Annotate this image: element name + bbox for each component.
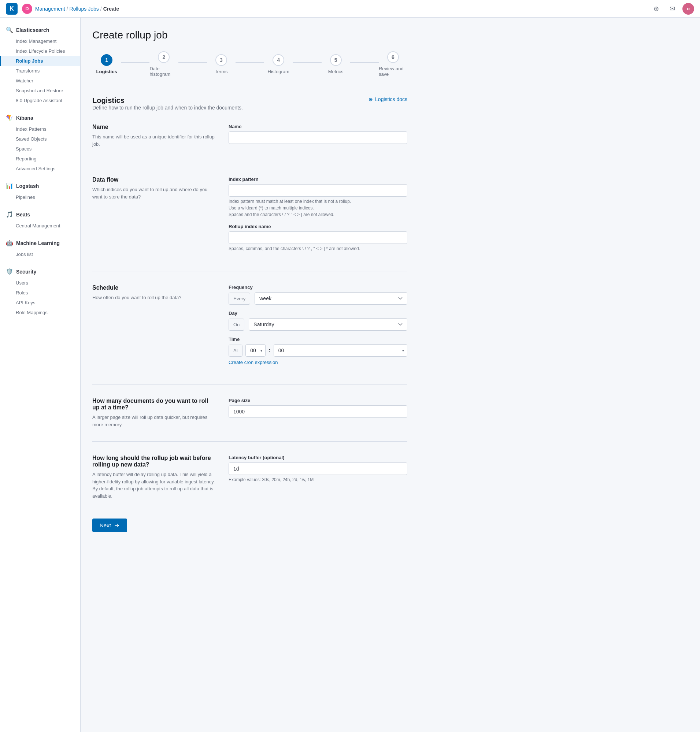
layout: 🔍 Elasticsearch Index Management Index L… <box>0 18 700 732</box>
cron-expression-link[interactable]: Create cron expression <box>229 360 278 365</box>
sidebar-item-central-management[interactable]: Central Management <box>0 221 80 231</box>
step-terms[interactable]: 3 Terms <box>207 54 235 80</box>
time-hour-select[interactable]: 00 01020304 05060708 09101112 13141516 1… <box>246 345 257 356</box>
sidebar-section-ml: 🤖 Machine Learning Jobs list <box>0 237 80 259</box>
dataflow-section-desc: Which indices do you want to roll up and… <box>92 186 217 200</box>
sidebar-item-api-keys[interactable]: API Keys <box>0 298 80 307</box>
schedule-form-right: Frequency Every week minute hour day mon… <box>229 285 407 371</box>
time-hour-wrap: 00 01020304 05060708 09101112 13141516 1… <box>246 344 266 357</box>
step-label-logistics: Logistics <box>96 69 117 74</box>
beats-icon: 🎵 <box>6 211 13 218</box>
pagesize-section-desc: A larger page size will roll up data qui… <box>92 414 217 428</box>
rollup-index-label: Rollup index name <box>229 224 407 229</box>
security-icon: 🛡️ <box>6 268 13 275</box>
next-button[interactable]: Next <box>92 519 127 532</box>
step-metrics[interactable]: 5 Metrics <box>322 54 350 80</box>
frequency-row: Every week minute hour day month <box>229 292 407 305</box>
sidebar-item-role-mappings[interactable]: Role Mappings <box>0 307 80 317</box>
time-prefix: At <box>229 345 243 357</box>
pagesize-form-right: Page size <box>229 398 407 428</box>
step-date-histogram[interactable]: 2 Date histogram <box>150 51 178 83</box>
latency-input[interactable] <box>229 463 407 475</box>
schedule-section-desc: How often do you want to roll up the dat… <box>92 294 217 301</box>
sidebar: 🔍 Elasticsearch Index Management Index L… <box>0 18 81 732</box>
sidebar-item-reporting[interactable]: Reporting <box>0 154 80 164</box>
sidebar-item-upgrade-assistant[interactable]: 8.0 Upgrade Assistant <box>0 96 80 106</box>
step-connector-2 <box>178 62 207 63</box>
breadcrumb-create: Create <box>103 6 119 12</box>
day-select[interactable]: Monday Tuesday Wednesday Thursday Friday… <box>249 318 407 331</box>
topnav: K D Management / Rollups Jobs / Create ⊕… <box>0 0 700 18</box>
pagesize-form-section: How many documents do you want to roll u… <box>92 398 407 442</box>
sidebar-item-jobs-list[interactable]: Jobs list <box>0 249 80 259</box>
name-section-desc: This name will be used as a unique ident… <box>92 133 217 148</box>
frequency-field-group: Frequency Every week minute hour day mon… <box>229 285 407 305</box>
topnav-actions: ⊕ ✉ o <box>650 3 694 15</box>
step-histogram[interactable]: 4 Histogram <box>264 54 293 80</box>
sidebar-item-snapshot-restore[interactable]: Snapshot and Restore <box>0 86 80 96</box>
user-avatar[interactable]: o <box>682 3 694 15</box>
step-circle-3: 3 <box>215 54 227 66</box>
breadcrumb-rollup-jobs[interactable]: Rollups Jobs <box>70 6 99 12</box>
logistics-description: Define how to run the rollup job and whe… <box>92 105 243 110</box>
sidebar-item-index-management[interactable]: Index Management <box>0 36 80 46</box>
sidebar-heading-beats: 🎵 Beats <box>0 208 80 221</box>
docs-link[interactable]: ⊕ Logistics docs <box>369 96 407 102</box>
latency-hint: Example values: 30s, 20m, 24h, 2d, 1w, 1… <box>229 476 407 483</box>
name-input[interactable] <box>229 131 407 144</box>
sidebar-section-label-ml: Machine Learning <box>16 240 60 246</box>
latency-form-left: How long should the rollup job wait befo… <box>92 455 217 500</box>
step-circle-1: 1 <box>101 54 112 66</box>
help-button[interactable]: ⊕ <box>650 3 662 15</box>
main-inner: Create rollup job 1 Logistics 2 Date his… <box>92 29 407 532</box>
sidebar-section-label-elasticsearch: Elasticsearch <box>16 27 49 33</box>
dataflow-form-right: Index pattern Index pattern must match a… <box>229 176 407 258</box>
schedule-section-title: Schedule <box>92 285 217 291</box>
sidebar-item-transforms[interactable]: Transforms <box>0 66 80 76</box>
sidebar-section-beats: 🎵 Beats Central Management <box>0 208 80 231</box>
elasticsearch-icon: 🔍 <box>6 26 13 33</box>
app-logo[interactable]: K <box>6 3 18 15</box>
pagesize-input[interactable] <box>229 406 407 418</box>
step-connector-4 <box>293 62 321 63</box>
sidebar-heading-security: 🛡️ Security <box>0 265 80 278</box>
step-logistics[interactable]: 1 Logistics <box>92 54 121 80</box>
sidebar-heading-kibana: 🪁 Kibana <box>0 111 80 124</box>
docs-icon: ⊕ <box>369 96 373 102</box>
sidebar-item-index-patterns[interactable]: Index Patterns <box>0 124 80 134</box>
index-pattern-input[interactable] <box>229 184 407 197</box>
frequency-prefix: Every <box>229 293 250 305</box>
latency-section-title: How long should the rollup job wait befo… <box>92 455 217 468</box>
pagesize-label: Page size <box>229 398 407 403</box>
logistics-section-header: Logistics Define how to run the rollup j… <box>92 96 407 121</box>
step-label-date-histogram: Date histogram <box>150 66 178 77</box>
sidebar-item-advanced-settings[interactable]: Advanced Settings <box>0 164 80 173</box>
sidebar-heading-elasticsearch: 🔍 Elasticsearch <box>0 24 80 36</box>
day-field-group: Day On Monday Tuesday Wednesday Thursday… <box>229 310 407 331</box>
mail-button[interactable]: ✉ <box>666 3 678 15</box>
sidebar-item-saved-objects[interactable]: Saved Objects <box>0 134 80 144</box>
step-label-terms: Terms <box>215 69 228 74</box>
time-hour-caret: ▾ <box>257 346 265 356</box>
logistics-title: Logistics <box>92 96 243 105</box>
sidebar-item-lifecycle-policies[interactable]: Index Lifecycle Policies <box>0 46 80 56</box>
schedule-form-section: Schedule How often do you want to roll u… <box>92 285 407 385</box>
sidebar-heading-ml: 🤖 Machine Learning <box>0 237 80 249</box>
sidebar-item-roles[interactable]: Roles <box>0 288 80 298</box>
sidebar-item-spaces[interactable]: Spaces <box>0 144 80 154</box>
frequency-select[interactable]: week minute hour day month <box>254 292 407 305</box>
steps-nav: 1 Logistics 2 Date histogram 3 Terms 4 H… <box>92 51 407 83</box>
time-minute-select[interactable]: 00 153045 <box>274 345 399 356</box>
latency-field-group: Latency buffer (optional) Example values… <box>229 455 407 483</box>
user-avatar-small[interactable]: D <box>22 4 32 14</box>
breadcrumb-management[interactable]: Management <box>35 6 65 12</box>
rollup-index-hint: Spaces, commas, and the characters \ / ?… <box>229 245 407 252</box>
sidebar-item-watcher[interactable]: Watcher <box>0 76 80 86</box>
time-colon: : <box>269 347 270 354</box>
sidebar-item-rollup-jobs[interactable]: Rollup Jobs <box>0 56 80 66</box>
rollup-index-input[interactable] <box>229 231 407 244</box>
step-review[interactable]: 6 Review and save <box>379 51 407 83</box>
sidebar-item-users[interactable]: Users <box>0 278 80 288</box>
step-circle-6: 6 <box>387 51 399 63</box>
sidebar-item-pipelines[interactable]: Pipelines <box>0 192 80 202</box>
